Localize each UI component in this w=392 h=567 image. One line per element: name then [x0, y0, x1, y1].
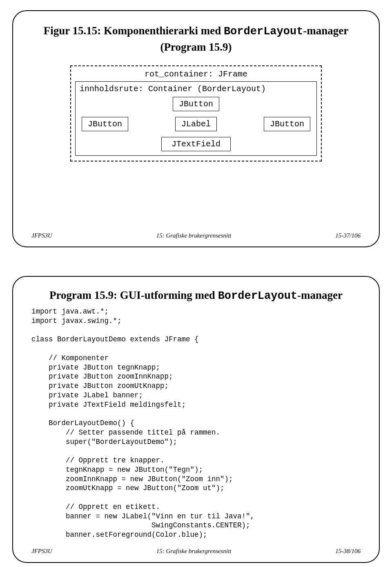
slide-2-footer: JFPS3U 15: Grafiske brukergrensesnitt 15… [31, 540, 361, 555]
slide-1-content: Figur 15.15: Komponenthierarki med Borde… [31, 23, 361, 224]
title-prefix: Figur 15.15: Komponenthierarki med [44, 25, 224, 37]
diagram-content-container: innholdsrute: Container (BorderLayout) J… [75, 81, 317, 156]
footer2-center: 15: Grafiske brukergrensesnitt [156, 548, 232, 555]
title-subtitle: (Program 15.9) [160, 41, 232, 53]
diagram-bottom-component: JTextField [161, 137, 231, 151]
footer-right: 15-37/106 [335, 232, 361, 239]
slide-2-content: Program 15.9: GUI-utforming med BorderLa… [31, 289, 361, 540]
diagram-top-row: JButton [80, 97, 312, 111]
slide-2: Program 15.9: GUI-utforming med BorderLa… [12, 276, 380, 563]
code-block: import java.awt.*; import javax.swing.*;… [31, 307, 361, 540]
slide-1-title: Figur 15.15: Komponenthierarki med Borde… [31, 23, 361, 55]
slide-2-title: Program 15.9: GUI-utforming med BorderLa… [31, 289, 361, 302]
footer2-right: 15-38/106 [335, 548, 361, 555]
diagram-top-component: JButton [173, 97, 219, 111]
container-label: innholdsrute: Container (BorderLayout) [80, 84, 312, 94]
slide-1-footer: JFPS3U 15: Grafiske brukergrensesnitt 15… [31, 224, 361, 239]
diagram-center-component: JLabel [175, 117, 217, 131]
diagram-middle-row: JButton JLabel JButton [80, 117, 312, 131]
title-suffix: -manager [303, 25, 348, 37]
title2-mono: BorderLayout [218, 290, 297, 302]
diagram-bottom-row: JTextField [80, 137, 312, 151]
diagram-left-component: JButton [82, 117, 128, 131]
title2-prefix: Program 15.9: GUI-utforming med [49, 289, 218, 301]
page-container: Figur 15.15: Komponenthierarki med Borde… [0, 0, 392, 567]
slide-1: Figur 15.15: Komponenthierarki med Borde… [12, 10, 380, 247]
footer2-left: JFPS3U [31, 548, 52, 555]
diagram-root-container: rot_container: JFrame innholdsrute: Cont… [70, 65, 322, 161]
footer-left: JFPS3U [31, 232, 52, 239]
footer-center: 15: Grafiske brukergrensesnitt [156, 232, 232, 239]
diagram-right-component: JButton [264, 117, 310, 131]
root-label: rot_container: JFrame [75, 69, 317, 79]
title2-suffix: -manager [297, 289, 343, 301]
title-mono: BorderLayout [224, 25, 303, 38]
